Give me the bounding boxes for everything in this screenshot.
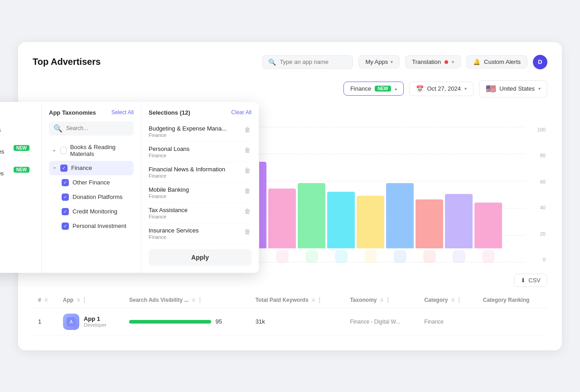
filter-icon[interactable]: ≡ — [312, 297, 315, 303]
bar-icon — [423, 250, 436, 263]
finance-filter-button[interactable]: Finance NEW ▴ — [343, 82, 404, 96]
selections-title: Selections (12) — [149, 109, 190, 116]
col-app: App ≡⋮ — [58, 292, 124, 308]
y-axis-label: 40 — [537, 205, 546, 210]
taxonomy-label: Personal Investment — [72, 223, 126, 229]
bar-icon — [276, 250, 289, 263]
filters-row: Finance NEW ▴ 📅 Oct 27, 2024 ▾ 🇺🇸 United… — [33, 80, 547, 97]
search-box[interactable]: 🔍 — [262, 55, 353, 69]
chevron-down-icon: ▾ — [452, 59, 454, 64]
keywords-cell: 31k — [250, 308, 345, 335]
filter-categories[interactable]: ⊞ Categories — [0, 122, 34, 137]
selection-name: Tax Assistance — [149, 207, 188, 213]
taxonomy-label: Credit Monitoring — [72, 208, 117, 215]
download-icon: ⬇ — [521, 277, 526, 284]
bar — [298, 183, 325, 248]
more-icon[interactable]: ⋮ — [317, 297, 322, 303]
bar — [386, 183, 414, 248]
y-axis-label: 0 — [537, 257, 546, 262]
delete-selection-button[interactable]: 🗑 — [243, 186, 251, 195]
checkbox[interactable]: ✓ — [62, 208, 69, 215]
page-title: Top Advertisers — [33, 57, 257, 67]
delete-selection-button[interactable]: 🗑 — [243, 166, 251, 175]
delete-selection-button[interactable]: 🗑 — [243, 207, 251, 216]
app-name: App 1 — [84, 315, 106, 322]
filter-icon[interactable]: ≡ — [77, 297, 80, 303]
clear-all-button[interactable]: Clear All — [231, 109, 251, 116]
bar — [445, 194, 473, 248]
bar-item — [298, 182, 325, 263]
more-icon[interactable]: ⋮ — [456, 297, 462, 303]
delete-selection-button[interactable]: 🗑 — [243, 145, 251, 155]
avatar[interactable]: D — [533, 55, 547, 69]
app-developer: Developer — [84, 322, 106, 328]
checkbox[interactable]: ✓ — [62, 194, 69, 201]
checkbox[interactable]: ✓ — [60, 165, 68, 172]
col-keywords: Total Paid Keywords ≡⋮ — [250, 292, 345, 308]
checkbox[interactable] — [60, 147, 67, 154]
visibility-cell: 95 — [124, 308, 250, 335]
bar-item — [474, 201, 502, 263]
filter-icon[interactable]: ≡ — [192, 297, 195, 303]
country-filter-button[interactable]: 🇺🇸 United States ▾ — [479, 80, 547, 97]
selection-item: Mobile Banking Finance 🗑 — [149, 183, 251, 203]
select-all-button[interactable]: Select All — [111, 109, 134, 116]
selection-item: Financial News & Information Finance 🗑 — [149, 162, 251, 183]
taxonomy-item[interactable]: ✓Personal Investment — [49, 219, 134, 233]
selection-sub: Finance — [149, 153, 189, 158]
chevron-icon: ▾ — [53, 165, 56, 170]
apply-button[interactable]: Apply — [149, 249, 251, 266]
taxonomy-label: Other Finance — [72, 179, 110, 186]
filter-icon[interactable]: ≡ — [380, 297, 383, 303]
taxonomy-search-box[interactable]: 🔍 — [49, 121, 134, 136]
chevron-icon: ▸ — [53, 148, 56, 153]
selection-name: Insurance Services — [149, 227, 199, 234]
results-table: # ≡ App ≡⋮ Search Ads Visibility ... ≡⋮ … — [33, 292, 547, 336]
delete-selection-button[interactable]: 🗑 — [243, 125, 251, 134]
filter-app-taxonomies[interactable]: ◧ App Taxonomies NEW — [0, 137, 34, 159]
svg-text:A: A — [69, 319, 72, 324]
selection-sub: Finance — [149, 214, 188, 219]
filter-icon[interactable]: ≡ — [44, 297, 48, 303]
delete-selection-button[interactable]: 🗑 — [243, 227, 251, 236]
taxonomy-item[interactable]: ▸Books & Reading Materials — [49, 140, 134, 161]
table-body: 1 A App 1 Developer 95 31k Finance - Dig… — [33, 308, 547, 335]
filter-icon[interactable]: ≡ — [451, 297, 454, 303]
selection-name: Personal Loans — [149, 145, 189, 152]
selection-item: Budgeting & Expense Mana... Finance 🗑 — [149, 121, 251, 142]
search-input[interactable] — [280, 58, 347, 65]
header-right: Translation ▾ 🔔 Custom Alerts D — [405, 55, 547, 69]
more-icon[interactable]: ⋮ — [82, 297, 87, 303]
taxonomy-cell: Finance - Digital W... — [344, 308, 419, 335]
chevron-up-icon: ▴ — [395, 86, 397, 91]
taxonomy-item[interactable]: ✓Other Finance — [49, 175, 134, 190]
calendar-icon: 📅 — [416, 85, 424, 92]
selection-name: Mobile Banking — [149, 186, 189, 193]
bar-icon — [305, 250, 318, 263]
date-filter-button[interactable]: 📅 Oct 27, 2024 ▾ — [409, 82, 474, 96]
selection-list: Budgeting & Expense Mana... Finance 🗑 Pe… — [149, 121, 251, 244]
taxonomy-search-input[interactable] — [66, 125, 129, 131]
bar-icon — [394, 250, 406, 263]
selections-panel: Selections (12) Clear All Budgeting & Ex… — [141, 102, 259, 273]
taxonomy-item[interactable]: ✓Credit Monitoring — [49, 204, 134, 219]
csv-button[interactable]: ⬇ CSV — [514, 274, 547, 287]
bell-icon: 🔔 — [473, 58, 480, 65]
more-icon[interactable]: ⋮ — [197, 297, 203, 303]
new-badge: NEW — [14, 167, 29, 173]
checkbox[interactable]: ✓ — [62, 179, 69, 186]
selection-sub: Finance — [149, 194, 189, 199]
taxonomy-item[interactable]: ▾✓Finance — [49, 161, 134, 175]
bar-icon — [482, 250, 495, 263]
custom-alerts-button[interactable]: 🔔 Custom Alerts — [466, 55, 527, 68]
filter-game-taxonomies[interactable]: ✦ Game Taxonomies NEW — [0, 159, 34, 181]
taxonomy-item[interactable]: ✓Donation Platforms — [49, 190, 134, 204]
translation-button[interactable]: Translation ▾ — [405, 55, 461, 68]
chevron-down-icon: ▾ — [464, 86, 467, 91]
more-icon[interactable]: ⋮ — [385, 297, 391, 303]
bar-item — [357, 194, 384, 262]
my-apps-button[interactable]: My Apps ▾ — [358, 55, 400, 68]
header: Top Advertisers 🔍 My Apps ▾ Translation … — [33, 55, 547, 69]
checkbox[interactable]: ✓ — [62, 223, 69, 230]
search-icon: 🔍 — [53, 124, 63, 133]
